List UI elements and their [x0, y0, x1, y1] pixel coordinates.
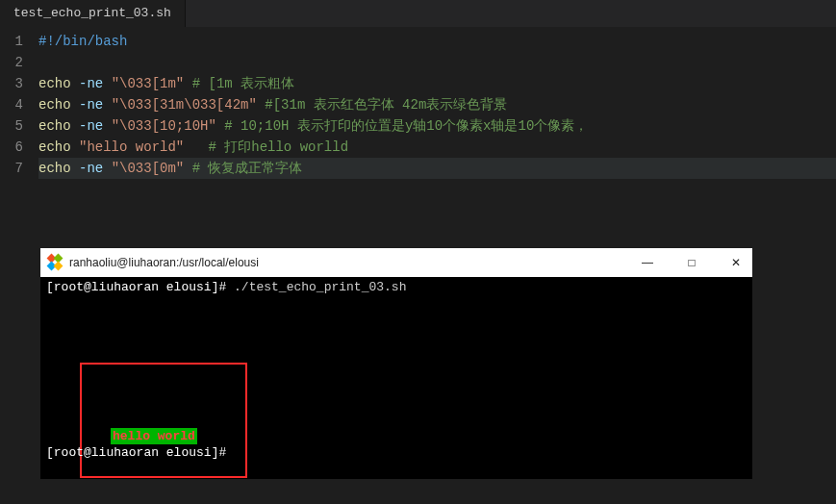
token-opt: -ne: [79, 161, 103, 176]
line-number: 2: [0, 52, 23, 73]
tab-file[interactable]: test_echo_print_03.sh: [0, 0, 186, 27]
tab-bar: test_echo_print_03.sh: [0, 0, 836, 27]
terminal-title: ranhaoliu@liuhaoran:/usr/local/elousi: [69, 256, 259, 269]
code-line: echo -ne "\033[31m\033[42m" #[31m 表示红色字体…: [38, 94, 836, 115]
terminal-output-hello: hello world: [111, 428, 197, 444]
line-number: 1: [0, 31, 23, 52]
token-cmd: echo: [38, 76, 71, 91]
terminal-titlebar[interactable]: ranhaoliu@liuhaoran:/usr/local/elousi — …: [40, 248, 752, 277]
terminal-prompt: [root@liuhaoran elousi]#: [46, 280, 234, 294]
terminal-logo-icon: [48, 255, 63, 270]
token-cmt: # 打印hello worlld: [208, 139, 348, 155]
code-line: echo -ne "\033[10;10H" # 10;10H 表示打印的位置是…: [38, 115, 836, 137]
line-number: 4: [0, 94, 23, 115]
token-str: "\033[31m\033[42m": [112, 97, 257, 113]
token-str: "\033[10;10H": [112, 118, 216, 134]
token-cmt: # 10;10H 表示打印的位置是y轴10个像素x轴是10个像素，: [224, 118, 588, 134]
token-cmt: # 恢复成正常字体: [192, 161, 303, 176]
code-line: echo -ne "\033[0m" # 恢复成正常字体: [38, 158, 836, 179]
terminal-command: ./test_echo_print_03.sh: [234, 280, 406, 294]
code-editor: 1 2 3 4 5 6 7 #!/bin/bash echo -ne "\033…: [0, 27, 836, 179]
code-line: [38, 52, 836, 73]
line-number: 7: [0, 158, 23, 179]
code-lines[interactable]: #!/bin/bash echo -ne "\033[1m" # [1m 表示粗…: [38, 31, 836, 179]
line-number: 5: [0, 115, 23, 137]
token-opt: -ne: [79, 76, 103, 91]
token-cmd: echo: [38, 139, 71, 155]
close-button[interactable]: ✕: [727, 256, 745, 269]
code-line: echo "hello world" # 打印hello worlld: [38, 137, 836, 158]
window-controls: — □ ✕: [639, 256, 745, 269]
token-str: "hello world": [79, 139, 184, 155]
token-cmt: # [1m 表示粗体: [192, 76, 294, 91]
line-number: 6: [0, 137, 23, 158]
terminal-prompt: [root@liuhaoran elousi]#: [46, 444, 234, 461]
token-str: "\033[0m": [112, 161, 185, 176]
maximize-button[interactable]: □: [683, 256, 700, 269]
terminal-body[interactable]: [root@liuhaoran elousi]# ./test_echo_pri…: [40, 277, 752, 479]
token-cmd: echo: [38, 118, 71, 134]
token-str: "\033[1m": [112, 76, 185, 91]
highlight-box: [80, 363, 247, 478]
code-line: #!/bin/bash: [38, 31, 836, 52]
shebang: #!/bin/bash: [38, 34, 127, 49]
token-cmt: #[31m 表示红色字体 42m表示绿色背景: [265, 97, 507, 113]
token-cmd: echo: [38, 97, 71, 113]
line-number: 3: [0, 73, 23, 94]
code-line: echo -ne "\033[1m" # [1m 表示粗体: [38, 73, 836, 94]
token-opt: -ne: [79, 97, 103, 113]
minimize-button[interactable]: —: [639, 256, 656, 269]
line-gutter: 1 2 3 4 5 6 7: [0, 31, 38, 179]
token-cmd: echo: [38, 161, 71, 176]
token-opt: -ne: [79, 118, 103, 134]
terminal-window: ranhaoliu@liuhaoran:/usr/local/elousi — …: [40, 248, 752, 479]
